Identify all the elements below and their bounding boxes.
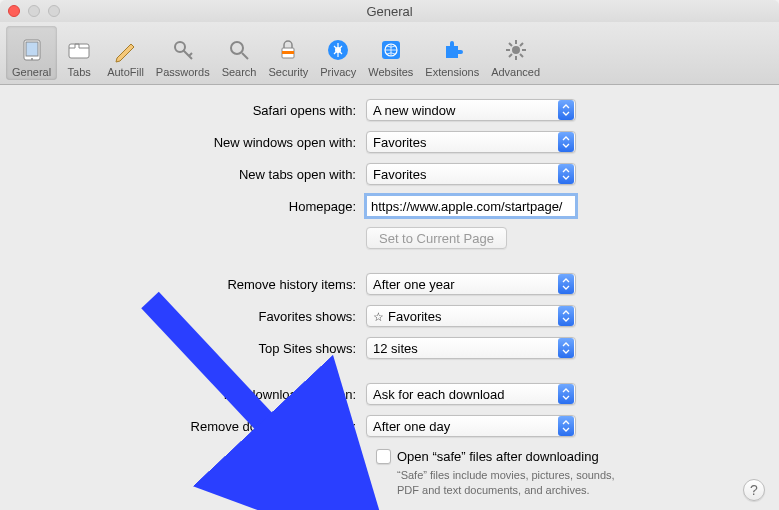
svg-rect-1 (26, 42, 38, 56)
tab-label: Websites (368, 66, 413, 78)
tab-tabs[interactable]: Tabs (57, 26, 101, 80)
label-topsites-shows: Top Sites shows: (30, 341, 366, 356)
select-topsites-shows[interactable]: 12 sites (366, 337, 576, 359)
label-favorites-shows: Favorites shows: (30, 309, 366, 324)
tab-label: General (12, 66, 51, 78)
label-new-tabs: New tabs open with: (30, 167, 366, 182)
svg-rect-7 (282, 51, 294, 54)
open-safe-files-checkbox[interactable] (376, 449, 391, 464)
label-download-location: File download location: (30, 387, 366, 402)
tab-general[interactable]: General (6, 26, 57, 80)
tab-label: Tabs (68, 66, 91, 78)
select-remove-history[interactable]: After one year (366, 273, 576, 295)
select-opens-with[interactable]: A new window (366, 99, 576, 121)
tab-label: Search (222, 66, 257, 78)
homepage-input[interactable] (366, 195, 576, 217)
preferences-window: General General Tabs AutoFill Passwords (0, 0, 779, 510)
passwords-icon (169, 36, 197, 64)
titlebar: General (0, 0, 779, 22)
tab-privacy[interactable]: Privacy (314, 26, 362, 80)
label-remove-history: Remove history items: (30, 277, 366, 292)
select-download-location[interactable]: Ask for each download (366, 383, 576, 405)
tab-websites[interactable]: Websites (362, 26, 419, 80)
chevron-updown-icon (558, 164, 574, 184)
safe-files-hint: “Safe” files include movies, pictures, s… (397, 468, 617, 498)
window-controls (8, 5, 60, 17)
chevron-updown-icon (558, 306, 574, 326)
select-favorites-shows[interactable]: ☆Favorites (366, 305, 576, 327)
close-window-button[interactable] (8, 5, 20, 17)
select-new-windows[interactable]: Favorites (366, 131, 576, 153)
extensions-icon (438, 36, 466, 64)
websites-icon (377, 36, 405, 64)
label-homepage: Homepage: (30, 199, 366, 214)
tab-label: Extensions (425, 66, 479, 78)
set-to-current-page-button[interactable]: Set to Current Page (366, 227, 507, 249)
tab-security[interactable]: Security (262, 26, 314, 80)
label-remove-downloads: Remove download list items: (30, 419, 366, 434)
chevron-updown-icon (558, 132, 574, 152)
tab-extensions[interactable]: Extensions (419, 26, 485, 80)
chevron-updown-icon (558, 384, 574, 404)
star-icon: ☆ (373, 310, 384, 324)
autofill-icon (111, 36, 139, 64)
advanced-icon (502, 36, 530, 64)
search-icon (225, 36, 253, 64)
svg-point-5 (231, 42, 243, 54)
label-new-windows: New windows open with: (30, 135, 366, 150)
chevron-updown-icon (558, 274, 574, 294)
preferences-toolbar: General Tabs AutoFill Passwords Search (0, 22, 779, 85)
tab-search[interactable]: Search (216, 26, 263, 80)
chevron-updown-icon (558, 416, 574, 436)
select-remove-downloads[interactable]: After one day (366, 415, 576, 437)
security-icon (274, 36, 302, 64)
tab-advanced[interactable]: Advanced (485, 26, 546, 80)
tab-autofill[interactable]: AutoFill (101, 26, 150, 80)
open-safe-files-label: Open “safe” files after downloading (397, 449, 599, 464)
general-icon (18, 36, 46, 64)
zoom-window-button[interactable] (48, 5, 60, 17)
tab-label: Passwords (156, 66, 210, 78)
minimize-window-button[interactable] (28, 5, 40, 17)
tab-label: AutoFill (107, 66, 144, 78)
svg-point-2 (31, 58, 33, 60)
tab-label: Privacy (320, 66, 356, 78)
chevron-updown-icon (558, 338, 574, 358)
svg-point-9 (335, 47, 341, 53)
window-title: General (366, 4, 412, 19)
privacy-icon (324, 36, 352, 64)
tab-label: Security (268, 66, 308, 78)
tab-passwords[interactable]: Passwords (150, 26, 216, 80)
tab-label: Advanced (491, 66, 540, 78)
label-opens-with: Safari opens with: (30, 103, 366, 118)
help-button[interactable]: ? (743, 479, 765, 501)
content-pane: Safari opens with: A new window New wind… (0, 85, 779, 510)
svg-point-12 (512, 46, 520, 54)
select-new-tabs[interactable]: Favorites (366, 163, 576, 185)
chevron-updown-icon (558, 100, 574, 120)
tabs-icon (65, 36, 93, 64)
